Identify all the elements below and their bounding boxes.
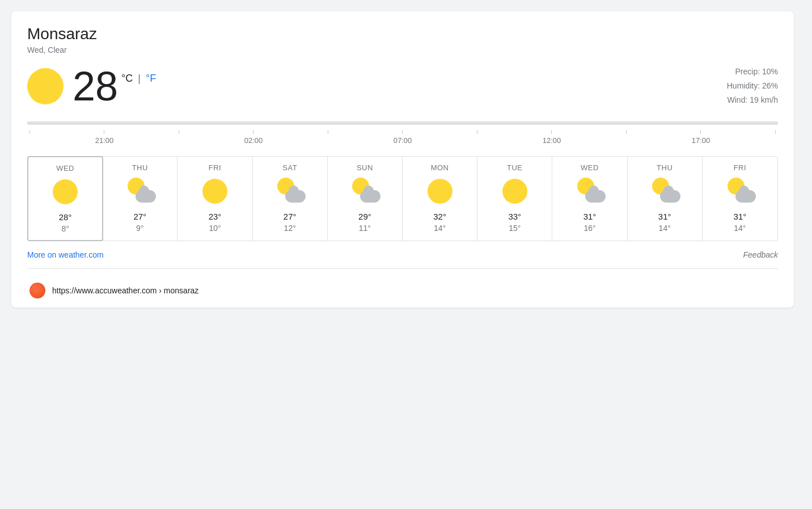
forecast-day-thu-1[interactable]: THU27°9°	[103, 157, 177, 241]
timeline-track[interactable]	[27, 121, 778, 125]
footer-row: More on weather.com Feedback	[27, 250, 778, 259]
time-2100: 21:00	[95, 136, 114, 145]
date-condition: Wed, Clear	[27, 45, 778, 54]
timeline-tick-2100: 21:00	[95, 131, 114, 145]
weather-icon-1	[126, 178, 154, 205]
precip-info: Precip: 10%	[727, 65, 778, 79]
timeline-tick-0700: 07:00	[394, 131, 412, 145]
time-1700: 17:00	[692, 136, 710, 145]
timeline-tick-mid2	[328, 131, 328, 145]
accuweather-favicon	[29, 283, 45, 298]
feedback-link[interactable]: Feedback	[743, 250, 778, 259]
city-name: Monsaraz	[27, 25, 778, 43]
day-label-8: THU	[657, 163, 673, 172]
temp-units: °C | °F	[121, 73, 156, 85]
sun-icon-6	[502, 179, 527, 204]
partly-cloudy-icon-1	[126, 178, 156, 203]
result-url: https://www.accuweather.com › monsaraz	[52, 286, 198, 295]
forecast-day-fri-9[interactable]: FRI31°14°	[703, 157, 777, 241]
high-temp-4: 29°	[358, 212, 371, 221]
partly-cloudy-icon-8	[651, 178, 680, 203]
current-sun-icon	[27, 68, 64, 104]
unit-separator: |	[138, 73, 141, 84]
sun-icon-2	[202, 179, 227, 204]
weather-icon-3	[276, 178, 303, 205]
current-weather-section: 28 °C | °F Precip: 10% Humidity: 26% Win…	[27, 65, 778, 108]
forecast-day-thu-8[interactable]: THU31°14°	[628, 157, 703, 241]
high-temp-8: 31°	[658, 212, 671, 221]
humidity-info: Humidity: 26%	[727, 79, 778, 93]
weather-icon-9	[726, 178, 754, 205]
timeline-labels: 21:00 02:00 07:00	[27, 131, 778, 145]
low-temp-9: 14°	[734, 224, 746, 233]
time-1200: 12:00	[543, 136, 561, 145]
sun-icon-0	[53, 179, 78, 204]
search-result: https://www.accuweather.com › monsaraz	[27, 283, 778, 298]
partly-cloudy-icon-3	[276, 178, 306, 203]
weather-icon-0	[52, 178, 79, 205]
temp-value: 28	[73, 66, 118, 107]
day-label-5: MON	[431, 163, 449, 172]
day-label-9: FRI	[734, 163, 746, 172]
timeline-tick-1200: 12:00	[543, 131, 561, 145]
high-temp-0: 28°	[59, 212, 72, 222]
low-temp-4: 11°	[359, 224, 371, 233]
partly-cloudy-icon-7	[576, 178, 606, 203]
timeline-thumb	[27, 121, 778, 125]
forecast-day-mon-5[interactable]: MON32°14°	[403, 157, 477, 241]
timeline-tick-start	[29, 131, 30, 145]
timeline-tick-end	[775, 131, 776, 145]
weather-icon-2	[201, 178, 229, 205]
day-label-2: FRI	[209, 163, 221, 172]
day-label-4: SUN	[357, 163, 373, 172]
weather-icon-5	[426, 178, 454, 205]
day-label-1: THU	[132, 163, 148, 172]
timeline-tick-mid4	[626, 131, 627, 145]
day-label-3: SAT	[282, 163, 297, 172]
timeline-tick-mid1	[179, 131, 179, 145]
timeline-tick-mid3	[477, 131, 477, 145]
high-temp-6: 33°	[508, 212, 521, 221]
high-temp-5: 32°	[433, 212, 446, 221]
weather-widget: Monsaraz Wed, Clear 28 °C | °F Precip: 1…	[11, 11, 794, 308]
time-0200: 02:00	[244, 136, 263, 145]
time-0700: 07:00	[394, 136, 412, 145]
day-label-7: WED	[581, 163, 599, 172]
timeline[interactable]: 21:00 02:00 07:00	[27, 121, 778, 145]
divider	[27, 268, 778, 269]
timeline-tick-0200: 02:00	[244, 131, 263, 145]
low-temp-8: 14°	[659, 224, 671, 233]
weather-details: Precip: 10% Humidity: 26% Wind: 19 km/h	[727, 65, 778, 108]
wind-info: Wind: 19 km/h	[727, 93, 778, 107]
timeline-tick-1700: 17:00	[692, 131, 710, 145]
weather-icon-6	[501, 178, 528, 205]
fahrenheit-unit[interactable]: °F	[146, 73, 156, 84]
forecast-day-tue-6[interactable]: TUE33°15°	[477, 157, 552, 241]
low-temp-6: 15°	[509, 224, 521, 233]
high-temp-3: 27°	[284, 212, 297, 221]
low-temp-1: 9°	[136, 224, 143, 233]
weather-icon-7	[576, 178, 603, 205]
weather-icon-4	[351, 178, 378, 205]
low-temp-2: 10°	[209, 224, 221, 233]
low-temp-0: 8°	[61, 224, 69, 233]
forecast-day-sat-3[interactable]: SAT27°12°	[253, 157, 328, 241]
partly-cloudy-icon-4	[351, 178, 380, 203]
high-temp-1: 27°	[133, 212, 146, 221]
high-temp-2: 23°	[209, 212, 222, 221]
partly-cloudy-icon-9	[726, 178, 756, 203]
celsius-unit[interactable]: °C	[121, 73, 133, 84]
low-temp-7: 16°	[583, 224, 595, 233]
forecast-day-fri-2[interactable]: FRI23°10°	[177, 157, 252, 241]
temperature-display: 28 °C | °F	[73, 66, 156, 107]
forecast-day-sun-4[interactable]: SUN29°11°	[328, 157, 403, 241]
more-weather-link[interactable]: More on weather.com	[27, 250, 104, 259]
forecast-day-wed-0[interactable]: WED28°8°	[27, 156, 103, 241]
forecast-day-wed-7[interactable]: WED31°16°	[552, 157, 627, 241]
low-temp-3: 12°	[284, 224, 296, 233]
day-label-6: TUE	[507, 163, 523, 172]
forecast-grid: WED28°8°THU27°9°FRI23°10°SAT27°12°SUN29°…	[27, 156, 778, 241]
weather-icon-8	[651, 178, 678, 205]
high-temp-7: 31°	[583, 212, 597, 221]
day-label-0: WED	[56, 164, 74, 173]
